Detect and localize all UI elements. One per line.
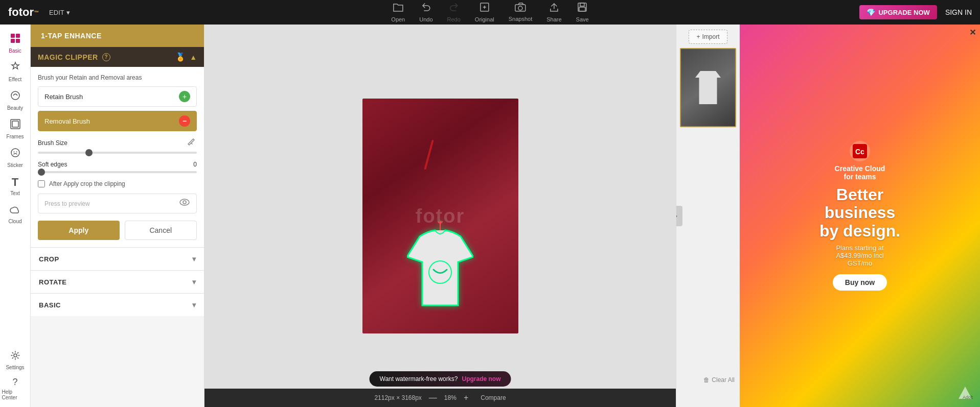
effect-label: Effect xyxy=(9,77,21,82)
cc-tagline: for teams xyxy=(844,173,876,181)
preview-text: Press to preview xyxy=(44,200,179,207)
retain-brush-option[interactable]: Retain Brush + xyxy=(38,86,197,107)
share-label: Share xyxy=(546,16,561,22)
edit-chevron-icon: ▾ xyxy=(66,9,70,16)
brush-instruction: Brush your Retain and Removal areas xyxy=(38,74,197,81)
share-tool[interactable]: Share xyxy=(546,2,561,22)
sidebar-item-text[interactable]: T Text xyxy=(2,173,29,199)
one-tap-enhance-button[interactable]: 1-TAP ENHANCE xyxy=(31,25,204,47)
topbar: fotor™ EDIT ▾ Open Undo Redo xyxy=(0,0,980,25)
removal-brush-icon: − xyxy=(179,115,190,127)
sidebar-item-settings[interactable]: Settings xyxy=(2,347,29,373)
sidebar-item-cloud[interactable]: Cloud xyxy=(2,201,29,228)
frames-icon xyxy=(10,118,21,132)
right-panel-collapse-icon[interactable]: › xyxy=(676,206,682,226)
brush-size-thumb[interactable] xyxy=(85,149,93,156)
topbar-tools: Open Undo Redo Original Snapshot xyxy=(391,2,588,22)
redo-icon xyxy=(449,2,459,15)
svg-point-14 xyxy=(13,151,14,152)
apply-button[interactable]: Apply xyxy=(38,221,120,240)
removal-brush-label: Removal Brush xyxy=(44,117,90,125)
soft-edges-label: Soft edges xyxy=(38,161,67,168)
share-icon xyxy=(549,2,559,15)
upgrade-bar-link[interactable]: Upgrade now xyxy=(462,375,500,382)
app-logo: fotor™ xyxy=(8,6,39,19)
upgrade-button[interactable]: 💎 UPGRADE NOW xyxy=(859,5,937,19)
edit-menu[interactable]: EDIT ▾ xyxy=(49,9,70,16)
ad-headline-2: business xyxy=(825,203,896,222)
cc-name: Creative Cloud xyxy=(835,164,885,173)
sidebar-item-help[interactable]: ? Help Center xyxy=(2,375,29,402)
signin-button[interactable]: SIGN IN xyxy=(945,8,972,16)
settings-icon xyxy=(10,350,20,363)
tshirt-svg xyxy=(407,221,473,308)
soft-edges-thumb[interactable] xyxy=(38,169,45,176)
basic-accordion-header[interactable]: BASIC ▾ xyxy=(31,294,204,316)
compare-button[interactable]: Compare xyxy=(481,394,506,401)
sidebar-item-effect[interactable]: Effect xyxy=(2,58,29,85)
right-panel: › + Import 🗑 Clear All xyxy=(676,25,740,407)
svg-point-10 xyxy=(11,91,19,100)
ad-close-button[interactable]: ✕ xyxy=(969,28,976,37)
beauty-label: Beauty xyxy=(7,105,23,111)
side-panel: 1-TAP ENHANCE MAGIC CLIPPER ? 🏅 ▲ Brush … xyxy=(31,25,204,407)
zoom-bar: 2112px × 3168px — 18% + Compare xyxy=(204,389,676,407)
help-label: Help Center xyxy=(2,389,29,400)
crop-label: CROP xyxy=(39,255,59,263)
svg-text:Cc: Cc xyxy=(855,148,864,156)
sidebar-item-sticker[interactable]: Sticker xyxy=(2,144,29,171)
crop-checkbox-label: After Apply crop the clipping xyxy=(49,180,125,187)
crop-accordion-header[interactable]: CROP ▾ xyxy=(31,248,204,270)
sidebar-item-frames[interactable]: Frames xyxy=(2,115,29,142)
snapshot-icon xyxy=(515,3,526,14)
svg-rect-5 xyxy=(579,7,585,11)
undo-tool[interactable]: Undo xyxy=(419,2,432,22)
crop-checkbox[interactable] xyxy=(38,180,45,187)
svg-point-18 xyxy=(183,201,186,204)
sidebar-item-basic[interactable]: Basic xyxy=(2,30,29,56)
cloud-label: Cloud xyxy=(8,219,21,224)
rotate-chevron-icon: ▾ xyxy=(192,278,196,286)
icon-sidebar: Basic Effect Beauty Frames Sticker xyxy=(0,25,31,407)
undo-icon xyxy=(421,2,431,15)
basic-chevron-icon: ▾ xyxy=(192,301,196,309)
magic-clipper-title: MAGIC CLIPPER ? xyxy=(38,53,110,61)
snapshot-tool[interactable]: Snapshot xyxy=(509,3,532,22)
magic-clipper-collapse-icon[interactable]: ▲ xyxy=(190,53,197,61)
svg-rect-8 xyxy=(11,39,15,43)
import-button[interactable]: + Import xyxy=(689,30,727,44)
topbar-right: 💎 UPGRADE NOW SIGN IN xyxy=(859,5,972,19)
preview-eye-icon[interactable] xyxy=(179,198,190,209)
zoom-percent: 18% xyxy=(444,394,457,401)
ad-headline-3: by design. xyxy=(819,222,900,240)
sticker-label: Sticker xyxy=(7,162,23,168)
open-tool[interactable]: Open xyxy=(391,2,405,22)
zoom-out-button[interactable]: — xyxy=(429,393,437,402)
cancel-button[interactable]: Cancel xyxy=(125,221,197,240)
soft-edges-slider[interactable] xyxy=(38,171,197,173)
rotate-accordion-header[interactable]: ROTATE ▾ xyxy=(31,271,204,293)
import-plus-icon: + xyxy=(696,33,700,40)
sidebar-item-beauty[interactable]: Beauty xyxy=(2,87,29,113)
sticker-icon xyxy=(10,147,21,161)
svg-text:Adobe: Adobe xyxy=(963,395,973,400)
brush-size-slider[interactable] xyxy=(38,152,197,154)
save-tool[interactable]: Save xyxy=(576,2,589,22)
magic-clipper-help-button[interactable]: ? xyxy=(102,53,110,61)
retain-brush-icon: + xyxy=(179,91,190,102)
svg-point-15 xyxy=(16,151,17,152)
clear-all-button[interactable]: 🗑 Clear All xyxy=(703,376,735,384)
eraser-icon[interactable] xyxy=(188,137,197,149)
canvas-image[interactable]: fotor xyxy=(362,99,518,333)
svg-rect-9 xyxy=(16,39,20,43)
original-tool[interactable]: Original xyxy=(475,2,494,22)
removal-brush-option[interactable]: Removal Brush − xyxy=(38,111,197,131)
preview-row[interactable]: Press to preview xyxy=(38,194,197,213)
ad-headline-1: Better xyxy=(836,185,883,204)
zoom-in-button[interactable]: + xyxy=(464,393,468,402)
redo-tool: Redo xyxy=(447,2,461,22)
snapshot-label: Snapshot xyxy=(509,16,532,22)
ad-buy-button[interactable]: Buy now xyxy=(833,274,887,291)
thumbnail-preview[interactable] xyxy=(680,48,736,127)
soft-edges-value: 0 xyxy=(193,161,197,168)
